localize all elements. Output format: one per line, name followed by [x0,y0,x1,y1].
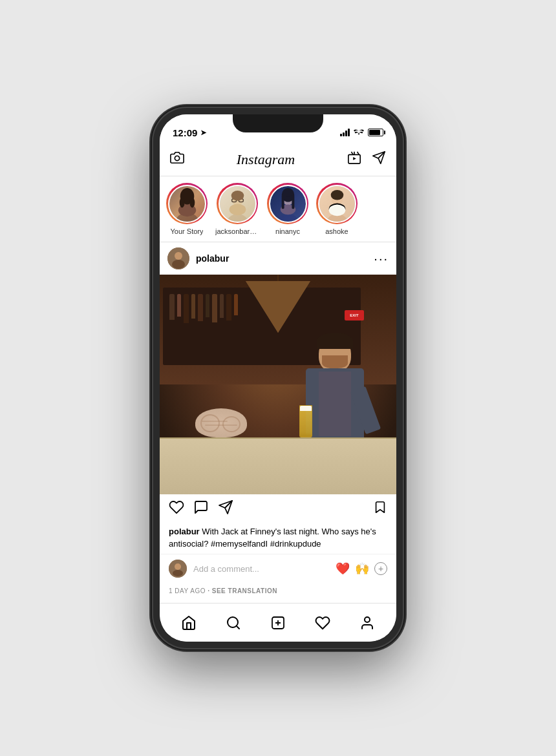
bottom-nav [160,603,396,642]
commenter-avatar [169,560,187,578]
bar-scene-bg: EXIT [160,275,396,494]
nav-search[interactable] [219,609,248,637]
send-icon[interactable] [372,151,386,168]
camera-icon[interactable] [170,151,184,168]
exit-sign: EXIT [345,310,364,320]
time-ago: 1 DAY AGO [169,587,206,594]
story-label-your-story: Your Story [171,227,204,235]
story-jackson[interactable]: jacksonbarnett [215,183,259,235]
story-label-nina: ninanyc [275,227,300,235]
notch [233,114,323,132]
post-image: EXIT [160,275,396,494]
caption-content: polabur With Jack at Finney's last night… [169,527,376,549]
story-nina[interactable]: ninanyc [267,183,308,235]
post-avatar[interactable] [167,247,189,269]
status-icons [340,128,383,138]
story-your-story[interactable]: Your Story [166,183,208,235]
story-ashoke[interactable]: ashoke [316,183,358,235]
svg-rect-22 [292,194,294,209]
post-username[interactable]: polabur [196,253,229,264]
instagram-header: Instagram [160,143,396,176]
svg-point-30 [175,252,182,260]
nav-add[interactable] [264,609,292,637]
nav-profile[interactable] [353,609,381,637]
svg-point-36 [173,570,183,576]
story-label-ashoke: ashoke [325,227,348,235]
nav-activity[interactable] [308,609,337,637]
post-actions-left [169,499,233,519]
svg-point-16 [231,190,244,200]
stories-row: Your Story [160,176,396,242]
svg-point-28 [330,189,343,200]
like-icon[interactable] [169,499,184,519]
svg-point-17 [277,214,297,222]
emoji-hands[interactable]: 🙌 [355,562,369,576]
nav-home[interactable] [175,609,203,637]
time-display: 12:09 [173,127,197,138]
instagram-logo: Instagram [237,151,295,168]
svg-rect-21 [281,194,284,209]
post-timestamp: 1 DAY AGO · SEE TRANSLATION [160,583,396,601]
see-translation-link[interactable]: · SEE TRANSLATION [208,587,277,594]
bookmark-icon[interactable] [373,500,387,518]
signal-icon [340,129,350,136]
phone-screen: 12:09 ➤ [160,114,396,642]
share-icon[interactable] [218,499,233,519]
svg-point-31 [172,260,185,269]
svg-point-0 [175,156,179,160]
svg-point-23 [283,190,292,196]
caption-body: With Jack at Finney's last night. Who sa… [169,527,376,549]
post-header: polabur ··· [160,242,396,275]
header-action-icons [347,151,386,168]
story-label-jackson: jacksonbarnett [215,227,259,235]
battery-icon [368,129,383,136]
phone-frame: 12:09 ➤ [152,107,404,649]
svg-point-12 [229,204,246,215]
svg-line-38 [236,625,239,628]
svg-point-8 [179,197,184,207]
comment-icon[interactable] [193,499,209,519]
svg-point-35 [175,563,181,570]
location-arrow-icon: ➤ [200,129,206,137]
status-time: 12:09 ➤ [173,127,206,138]
igtv-icon[interactable] [347,151,361,168]
comment-emoji-row: ❤️ 🙌 + [336,562,387,576]
power-button[interactable] [404,249,407,307]
svg-point-27 [328,204,345,216]
caption-username[interactable]: polabur [169,527,200,536]
comment-input-area: Add a comment... [169,560,336,578]
more-options-icon[interactable]: ··· [374,251,389,266]
comment-placeholder[interactable]: Add a comment... [193,564,259,574]
emoji-add[interactable]: + [374,562,387,575]
timestamp-text: 1 DAY AGO · SEE TRANSLATION [169,587,277,594]
post-actions [160,494,396,523]
emoji-heart[interactable]: ❤️ [336,562,350,576]
post-caption: polabur With Jack at Finney's last night… [160,523,396,554]
wifi-icon [354,128,364,138]
post-user-info: polabur [167,247,229,269]
comment-section: Add a comment... ❤️ 🙌 + [160,554,396,583]
svg-point-42 [365,617,370,622]
svg-point-9 [189,197,195,207]
